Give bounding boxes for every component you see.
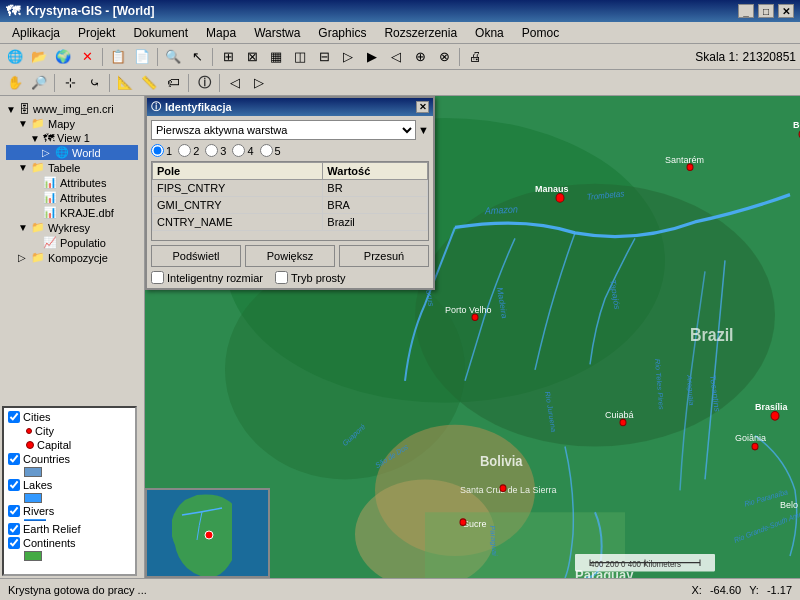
delete-button[interactable]: ✕ — [76, 46, 98, 68]
tool1[interactable]: ⊞ — [217, 46, 239, 68]
globe-button[interactable]: 🌍 — [52, 46, 74, 68]
layer-rivers-checkbox[interactable] — [8, 505, 20, 517]
separator1 — [102, 48, 103, 66]
highlight-button[interactable]: Podświetl — [151, 245, 241, 267]
radio-label-5[interactable]: 5 — [260, 144, 281, 157]
tool3[interactable]: ▦ — [265, 46, 287, 68]
identify-close-button[interactable]: ✕ — [416, 101, 429, 113]
tree-tabele[interactable]: ▼ 📁 Tabele — [6, 160, 138, 175]
radio-label-4[interactable]: 4 — [232, 144, 253, 157]
menu-projekt[interactable]: Projekt — [70, 24, 123, 42]
layer-select[interactable]: Pierwsza aktywna warstwa — [151, 120, 416, 140]
layer-countries-checkbox[interactable] — [8, 453, 20, 465]
tool2[interactable]: ⊠ — [241, 46, 263, 68]
zoom-button[interactable]: Powiększ — [245, 245, 335, 267]
smart-resize-label[interactable]: Inteligentny rozmiar — [151, 271, 263, 284]
menu-warstwa[interactable]: Warstwa — [246, 24, 308, 42]
tree-view1[interactable]: ▼ 🗺 View 1 — [6, 131, 138, 145]
menu-mapa[interactable]: Mapa — [198, 24, 244, 42]
minimize-button[interactable]: _ — [738, 4, 754, 18]
back-button[interactable]: ◁ — [224, 72, 246, 94]
menu-pomoc[interactable]: Pomoc — [514, 24, 567, 42]
tool7[interactable]: ▶ — [361, 46, 383, 68]
expand-mapy-icon: ▼ — [18, 118, 28, 129]
tree-view1-label: View 1 — [57, 132, 90, 144]
tree-attributes1[interactable]: 📊 Attributes — [6, 175, 138, 190]
smart-resize-checkbox[interactable] — [151, 271, 164, 284]
layer-cities[interactable]: Cities — [6, 410, 133, 424]
hand-button[interactable]: ✋ — [4, 72, 26, 94]
layer-cities-checkbox[interactable] — [8, 411, 20, 423]
tool5[interactable]: ⊟ — [313, 46, 335, 68]
search-button[interactable]: 🔍 — [162, 46, 184, 68]
measure-button[interactable]: 📐 — [114, 72, 136, 94]
tree-attributes2[interactable]: 📊 Attributes — [6, 190, 138, 205]
pan-button[interactable]: Przesuń — [339, 245, 429, 267]
tree-wykresy[interactable]: ▼ 📁 Wykresy — [6, 220, 138, 235]
layer-continents[interactable]: Continents — [6, 536, 133, 550]
layer-rivers-label: Rivers — [23, 505, 54, 517]
menu-aplikacja[interactable]: Aplikacja — [4, 24, 68, 42]
tree-world[interactable]: ▷ 🌐 World — [6, 145, 138, 160]
scale-label: Skala 1: — [695, 50, 738, 64]
zoomin-button[interactable]: 🔎 — [28, 72, 50, 94]
simple-mode-checkbox[interactable] — [275, 271, 288, 284]
new-button[interactable]: 🌐 — [4, 46, 26, 68]
copy-button[interactable]: 📋 — [107, 46, 129, 68]
svg-text:Goiânia: Goiânia — [735, 432, 767, 443]
tree-root[interactable]: ▼ 🗄 www_img_en.cri — [6, 102, 138, 116]
pointer-button[interactable]: ↖ — [186, 46, 208, 68]
layer-rivers[interactable]: Rivers — [6, 504, 133, 518]
layer-countries[interactable]: Countries — [6, 452, 133, 466]
simple-mode-label[interactable]: Tryb prosty — [275, 271, 346, 284]
radio-5[interactable] — [260, 144, 273, 157]
radio-label-1[interactable]: 1 — [151, 144, 172, 157]
label-button[interactable]: 🏷 — [162, 72, 184, 94]
menu-okna[interactable]: Okna — [467, 24, 512, 42]
tool6[interactable]: ▷ — [337, 46, 359, 68]
select-button[interactable]: ⊹ — [59, 72, 81, 94]
svg-text:Brasília: Brasília — [755, 401, 788, 412]
tree-populatio-label: Populatio — [60, 237, 106, 249]
lasso-button[interactable]: ⤿ — [83, 72, 105, 94]
layer-countries-label: Countries — [23, 453, 70, 465]
minimap[interactable] — [145, 488, 270, 578]
close-button[interactable]: ✕ — [778, 4, 794, 18]
maximize-button[interactable]: □ — [758, 4, 774, 18]
radio-4[interactable] — [232, 144, 245, 157]
tree-kraje[interactable]: 📊 KRAJE.dbf — [6, 205, 138, 220]
ruler-button[interactable]: 📏 — [138, 72, 160, 94]
layer-lakes[interactable]: Lakes — [6, 478, 133, 492]
menu-dokument[interactable]: Dokument — [125, 24, 196, 42]
layer-dropdown-row: Pierwsza aktywna warstwa ▼ — [151, 120, 429, 140]
identify-content: Pierwsza aktywna warstwa ▼ 1 2 3 4 5 — [147, 116, 433, 288]
layer-city[interactable]: City — [6, 424, 133, 438]
radio-label-2[interactable]: 2 — [178, 144, 199, 157]
info-button[interactable]: ⓘ — [193, 72, 215, 94]
tree-kompozycje[interactable]: ▷ 📁 Kompozycje — [6, 250, 138, 265]
tool8[interactable]: ◁ — [385, 46, 407, 68]
tool10[interactable]: ⊗ — [433, 46, 455, 68]
print-button[interactable]: 🖨 — [464, 46, 486, 68]
layer-capital[interactable]: Capital — [6, 438, 133, 452]
menu-rozszerzenia[interactable]: Rozszerzenia — [376, 24, 465, 42]
layer-cities-label: Cities — [23, 411, 51, 423]
layer-lakes-checkbox[interactable] — [8, 479, 20, 491]
layer-earth-relief[interactable]: Earth Relief — [6, 522, 133, 536]
layer-continents-checkbox[interactable] — [8, 537, 20, 549]
tool9[interactable]: ⊕ — [409, 46, 431, 68]
menu-graphics[interactable]: Graphics — [310, 24, 374, 42]
radio-2[interactable] — [178, 144, 191, 157]
tree-mapy[interactable]: ▼ 📁 Mapy — [6, 116, 138, 131]
radio-3[interactable] — [205, 144, 218, 157]
tool4[interactable]: ◫ — [289, 46, 311, 68]
table-cell-value: BR — [323, 180, 428, 197]
radio-1[interactable] — [151, 144, 164, 157]
forward-button[interactable]: ▷ — [248, 72, 270, 94]
capital-dot-icon — [26, 441, 34, 449]
layer-earth-relief-checkbox[interactable] — [8, 523, 20, 535]
tree-populatio[interactable]: 📈 Populatio — [6, 235, 138, 250]
radio-label-3[interactable]: 3 — [205, 144, 226, 157]
open-button[interactable]: 📂 — [28, 46, 50, 68]
paste-button[interactable]: 📄 — [131, 46, 153, 68]
